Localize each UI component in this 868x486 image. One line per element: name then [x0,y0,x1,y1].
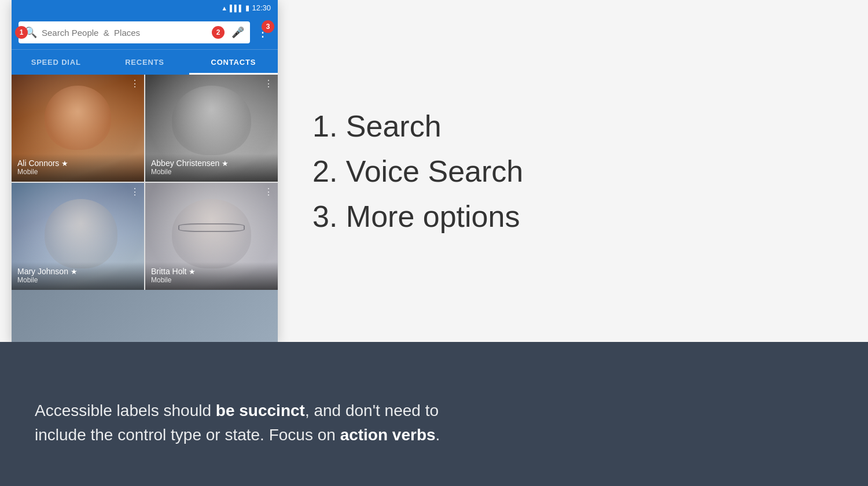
tab-bar: SPEED DIAL RECENTS CONTACTS [12,49,278,75]
contact-card-britta[interactable]: ⋮ Britta Holt ★ Mobile [145,183,278,290]
status-icons: ▲ ▌▌▌ ▮ 12:30 [221,3,271,12]
list-number-2: 2. [312,154,337,188]
contact-overlay-abbey: Abbey Christensen ★ Mobile [145,154,278,182]
signal-icon: ▌▌▌ [230,5,243,12]
content-area: 1. Search 2. Voice Search 3. More option… [278,0,868,342]
phone-area: ▲ ▌▌▌ ▮ 12:30 1 🔍 🎤 2 ⋮ 3 [0,0,278,342]
badge-3: 3 [262,20,274,33]
contact-overlay-mary: Mary Johnson ★ Mobile [12,262,144,290]
wifi-icon: ▲ [221,5,227,12]
contact-grid: ⋮ Ali Connors ★ Mobile ⋮ [12,75,278,290]
search-input[interactable] [42,28,227,38]
contact-name-ali: Ali Connors ★ [17,159,138,168]
badge-2: 2 [212,26,225,39]
contact-card-ali[interactable]: ⋮ Ali Connors ★ Mobile [12,75,144,182]
bottom-description: Accessible labels should be succinct, an… [35,399,469,447]
list-label-2: Voice Search [346,154,523,188]
bottom-section: Accessible labels should be succinct, an… [0,342,868,486]
list-label-3: More options [346,200,520,233]
status-bar: ▲ ▌▌▌ ▮ 12:30 [12,0,278,16]
bottom-text-bold1: be succinct [216,402,305,419]
card-dots-abbey[interactable]: ⋮ [264,79,273,89]
tab-speed-dial[interactable]: SPEED DIAL [12,50,100,75]
contact-type-britta: Mobile [151,276,272,284]
bottom-text-bold2: action verbs [340,426,436,444]
card-dots-ali[interactable]: ⋮ [130,79,139,89]
list-number-1: 1. [312,109,337,143]
bottom-text-part1: Accessible labels should [35,402,216,419]
search-bar: 1 🔍 🎤 2 ⋮ 3 [12,16,278,49]
top-section: ▲ ▌▌▌ ▮ 12:30 1 🔍 🎤 2 ⋮ 3 [0,0,868,342]
list-item-2: 2. Voice Search [312,149,523,194]
card-dots-mary[interactable]: ⋮ [130,187,139,197]
contact-card-abbey[interactable]: ⋮ Abbey Christensen ★ Mobile [145,75,278,182]
contact-card-mary[interactable]: ⋮ Mary Johnson ★ Mobile [12,183,144,290]
contact-type-abbey: Mobile [151,168,272,176]
more-options-button[interactable]: ⋮ 3 [255,25,271,40]
contact-bottom-row [12,290,278,342]
contact-name-abbey: Abbey Christensen ★ [151,159,272,168]
badge-1: 1 [15,26,28,39]
contact-overlay-britta: Britta Holt ★ Mobile [145,262,278,290]
bottom-text-part3: . [436,426,440,444]
list-number-3: 3. [312,200,337,233]
list-item-3: 3. More options [312,194,523,239]
contact-type-ali: Mobile [17,168,138,176]
contact-overlay-ali: Ali Connors ★ Mobile [12,154,144,182]
contact-name-mary: Mary Johnson ★ [17,267,138,276]
contact-name-britta: Britta Holt ★ [151,267,272,276]
mic-icon[interactable]: 🎤 [231,26,244,39]
search-input-wrapper[interactable]: 1 🔍 🎤 2 [19,21,250,43]
tab-contacts[interactable]: CONTACTS [189,50,278,75]
battery-icon: ▮ [245,3,249,12]
time-display: 12:30 [252,3,271,12]
tab-recents[interactable]: RECENTS [100,50,189,75]
numbered-list: 1. Search 2. Voice Search 3. More option… [312,104,523,239]
list-item-1: 1. Search [312,104,523,149]
contact-type-mary: Mobile [17,276,138,284]
card-dots-britta[interactable]: ⋮ [264,187,273,197]
phone-mockup: ▲ ▌▌▌ ▮ 12:30 1 🔍 🎤 2 ⋮ 3 [12,0,278,342]
list-label-1: Search [346,109,442,143]
